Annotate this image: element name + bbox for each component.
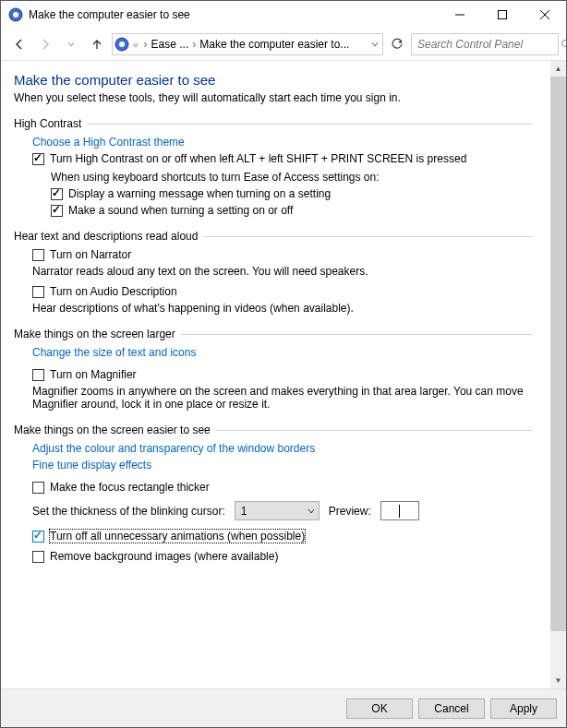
minimize-button[interactable] — [439, 1, 481, 29]
checkbox-label: Display a warning message when turning o… — [68, 187, 331, 200]
cursor-thickness-label: Set the thickness of the blinking cursor… — [32, 505, 225, 518]
chevron-down-icon — [308, 507, 315, 515]
preview-label: Preview: — [329, 505, 371, 518]
navbar: « › Ease ... › Make the computer easier … — [1, 29, 566, 60]
control-panel-icon — [115, 37, 129, 52]
recent-dropdown[interactable] — [60, 33, 82, 55]
checkbox-display-warning[interactable] — [51, 188, 63, 200]
checkbox-remove-bg[interactable] — [32, 551, 44, 563]
page-subtitle: When you select these tools, they will a… — [14, 91, 532, 104]
checkbox-label: Turn on Audio Description — [50, 285, 177, 298]
chevron-right-icon: › — [192, 38, 196, 51]
checkbox-hc-shortcut[interactable] — [32, 153, 44, 165]
checkbox-focus-rect[interactable] — [32, 482, 44, 494]
page-heading: Make the computer easier to see — [14, 72, 532, 88]
scroll-up-button[interactable]: ▲ — [550, 61, 566, 77]
scroll-down-button[interactable]: ▼ — [550, 673, 566, 688]
checkbox-label: Turn off all unnecessary animations (whe… — [50, 530, 305, 543]
vertical-scrollbar[interactable]: ▲ ▼ — [550, 61, 566, 688]
checkbox-narrator[interactable] — [32, 249, 44, 261]
svg-point-8 — [562, 41, 568, 47]
checkbox-label: Make the focus rectangle thicker — [50, 481, 210, 494]
change-size-link[interactable]: Change the size of text and icons — [32, 346, 532, 359]
checkbox-label: Turn on Magnifier — [50, 368, 137, 381]
search-box[interactable] — [411, 33, 559, 55]
back-button[interactable] — [8, 33, 30, 55]
shortcut-subheader: When using keyboard shortcuts to turn Ea… — [51, 171, 532, 184]
checkbox-make-sound[interactable] — [51, 205, 63, 217]
adjust-colour-link[interactable]: Adjust the colour and transparency of th… — [32, 442, 532, 455]
ok-button[interactable]: OK — [346, 698, 413, 719]
window-title: Make the computer easier to see — [29, 8, 439, 21]
choose-hc-theme-link[interactable]: Choose a High Contrast theme — [32, 136, 532, 149]
select-value: 1 — [241, 505, 247, 518]
checkbox-audio-desc[interactable] — [32, 286, 44, 298]
section-header: Make things on the screen easier to see — [14, 424, 211, 436]
cancel-button[interactable]: Cancel — [418, 698, 485, 719]
refresh-button[interactable] — [387, 34, 407, 54]
address-bar[interactable]: « › Ease ... › Make the computer easier … — [112, 33, 383, 55]
svg-rect-3 — [499, 11, 507, 19]
checkbox-magnifier[interactable] — [32, 369, 44, 381]
section-header: High Contrast — [14, 117, 81, 130]
up-button[interactable] — [86, 33, 108, 55]
apply-button[interactable]: Apply — [490, 698, 557, 719]
section-header: Hear text and descriptions read aloud — [14, 230, 198, 243]
scroll-thumb[interactable] — [550, 77, 566, 631]
forward-button[interactable] — [34, 33, 56, 55]
narrator-desc: Narrator reads aloud any text on the scr… — [32, 265, 532, 278]
content-area: Make the computer easier to see When you… — [1, 61, 550, 688]
checkbox-label: Make a sound when turning a setting on o… — [68, 204, 293, 217]
breadcrumb-seg[interactable]: Ease ... — [151, 38, 189, 51]
checkbox-label: Remove background images (where availabl… — [50, 550, 278, 563]
fine-tune-link[interactable]: Fine tune display effects — [32, 459, 532, 471]
svg-point-7 — [119, 42, 125, 47]
checkbox-label: Turn on Narrator — [50, 248, 131, 261]
checkbox-label: Turn High Contrast on or off when left A… — [50, 152, 466, 165]
chevron-left-icon: « — [133, 40, 139, 50]
chevron-right-icon: › — [144, 38, 148, 51]
cursor-preview — [380, 501, 419, 520]
search-icon — [561, 39, 567, 50]
address-dropdown[interactable] — [369, 41, 380, 48]
checkbox-turn-off-animations[interactable] — [32, 531, 44, 543]
section-header: Make things on the screen larger — [14, 328, 175, 340]
control-panel-icon — [8, 7, 23, 22]
search-input[interactable] — [417, 38, 557, 51]
audio-desc-desc: Hear descriptions of what's happening in… — [32, 302, 532, 315]
dialog-footer: OK Cancel Apply — [1, 688, 566, 727]
svg-point-1 — [13, 12, 18, 18]
maximize-button[interactable] — [481, 1, 524, 29]
titlebar: Make the computer easier to see — [1, 1, 566, 29]
magnifier-desc: Magnifier zooms in anywhere on the scree… — [32, 385, 532, 411]
breadcrumb: › Ease ... › Make the computer easier to… — [142, 38, 366, 51]
breadcrumb-seg[interactable]: Make the computer easier to... — [199, 38, 349, 51]
cursor-thickness-select[interactable]: 1 — [235, 501, 320, 520]
close-button[interactable] — [524, 1, 566, 29]
